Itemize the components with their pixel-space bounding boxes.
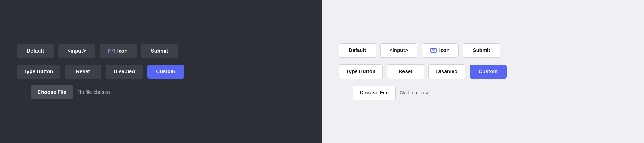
dark-icon-label: Icon (117, 48, 127, 54)
dark-panel: Default <input> Icon Submit Type Button … (0, 0, 322, 143)
dark-row-1: Default <input> Icon Submit (17, 44, 178, 58)
dark-input-label: <input> (67, 48, 86, 54)
dark-custom-button[interactable]: Custom (147, 65, 184, 79)
light-row-1: Default <input> Icon Submit (339, 43, 500, 58)
dark-choose-file-label: Choose File (37, 89, 66, 95)
light-input-label: <input> (389, 47, 408, 53)
mail-icon (108, 49, 115, 53)
light-disabled-button[interactable]: Disabled (428, 64, 465, 79)
light-input-button[interactable]: <input> (380, 43, 417, 58)
light-disabled-label: Disabled (436, 69, 457, 75)
light-custom-label: Custom (479, 69, 498, 75)
light-panel: Default <input> Icon Submit Type Button … (322, 0, 644, 143)
light-custom-button[interactable]: Custom (470, 65, 507, 79)
light-submit-button[interactable]: Submit (463, 43, 500, 58)
dark-reset-button[interactable]: Reset (65, 65, 101, 79)
dark-default-label: Default (27, 48, 44, 54)
dark-disabled-button[interactable]: Disabled (106, 65, 143, 79)
light-default-button[interactable]: Default (339, 43, 376, 58)
dark-reset-label: Reset (76, 69, 90, 75)
mail-icon-light (430, 48, 437, 53)
dark-submit-button[interactable]: Submit (141, 44, 178, 58)
light-row-2: Type Button Reset Disabled Custom (339, 64, 507, 79)
light-file-row: Choose File No file chosen (339, 86, 432, 100)
light-submit-label: Submit (473, 47, 490, 53)
light-type-button[interactable]: Type Button (339, 64, 383, 79)
light-icon-label: Icon (439, 47, 449, 53)
dark-choose-file-button[interactable]: Choose File (31, 85, 73, 99)
light-icon-button[interactable]: Icon (422, 43, 459, 58)
dark-submit-label: Submit (151, 48, 168, 54)
dark-disabled-label: Disabled (114, 69, 135, 75)
dark-default-button[interactable]: Default (17, 44, 54, 58)
dark-no-file-text: No file chosen (78, 89, 110, 95)
light-choose-file-label: Choose File (360, 90, 389, 96)
dark-custom-label: Custom (156, 69, 175, 74)
dark-row-2: Type Button Reset Disabled Custom (17, 65, 184, 79)
light-choose-file-button[interactable]: Choose File (353, 86, 396, 100)
light-reset-button[interactable]: Reset (387, 64, 424, 79)
dark-input-button[interactable]: <input> (58, 44, 95, 58)
dark-file-row: Choose File No file chosen (17, 85, 110, 99)
light-type-label: Type Button (346, 69, 376, 75)
light-reset-label: Reset (398, 69, 412, 75)
light-default-label: Default (349, 47, 366, 53)
dark-type-button[interactable]: Type Button (17, 65, 60, 79)
dark-type-label: Type Button (24, 69, 53, 75)
dark-icon-button[interactable]: Icon (100, 44, 137, 58)
light-no-file-text: No file chosen (400, 90, 432, 96)
